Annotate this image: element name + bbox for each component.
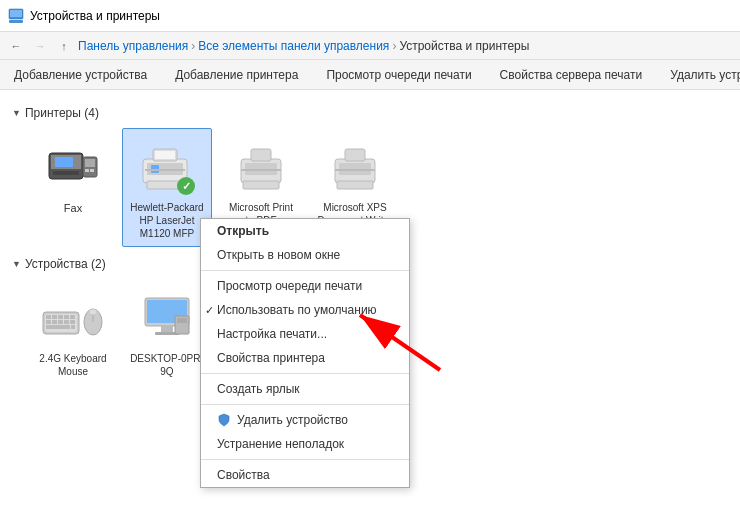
svg-rect-32 bbox=[58, 315, 63, 319]
breadcrumb-part1[interactable]: Панель управления bbox=[78, 39, 188, 53]
breadcrumb-part2[interactable]: Все элементы панели управления bbox=[198, 39, 389, 53]
desktop-label: DESKTOP-0PR-9Q bbox=[130, 352, 204, 378]
svg-rect-14 bbox=[145, 169, 185, 171]
svg-rect-35 bbox=[46, 320, 51, 324]
context-remove-device[interactable]: Удалить устройство bbox=[201, 408, 409, 432]
hp-label: Hewlett-PackardHP LaserJetM1120 MFP bbox=[130, 201, 203, 240]
context-sep-4 bbox=[201, 459, 409, 460]
printers-section-label: Принтеры (4) bbox=[25, 106, 99, 120]
context-create-shortcut[interactable]: Создать ярлык bbox=[201, 377, 409, 401]
svg-rect-36 bbox=[52, 320, 57, 324]
fax-icon bbox=[45, 139, 101, 195]
remove-device-button[interactable]: Удалить устройство bbox=[660, 63, 740, 87]
context-sep-1 bbox=[201, 270, 409, 271]
svg-rect-41 bbox=[71, 325, 75, 329]
svg-rect-5 bbox=[53, 171, 79, 175]
view-queue-button[interactable]: Просмотр очереди печати bbox=[316, 63, 481, 87]
keyboard-mouse-icon-wrapper bbox=[41, 286, 105, 350]
context-sep-3 bbox=[201, 404, 409, 405]
svg-rect-50 bbox=[177, 318, 187, 323]
printers-chevron: ▼ bbox=[12, 108, 21, 118]
hp-icon-wrapper: ✓ bbox=[135, 135, 199, 199]
svg-rect-7 bbox=[85, 159, 95, 167]
svg-rect-37 bbox=[58, 320, 63, 324]
keyboard-mouse-icon bbox=[41, 290, 105, 346]
fax-icon-wrapper bbox=[41, 135, 105, 199]
context-troubleshoot[interactable]: Устранение неполадок bbox=[201, 432, 409, 456]
svg-rect-34 bbox=[70, 315, 75, 319]
title-bar-text: Устройства и принтеры bbox=[30, 9, 160, 23]
svg-rect-25 bbox=[335, 169, 375, 171]
server-props-button[interactable]: Свойства сервера печати bbox=[490, 63, 653, 87]
fax-label: Fax bbox=[64, 201, 82, 215]
devices-chevron: ▼ bbox=[12, 259, 21, 269]
toolbar: Добавление устройства Добавление принтер… bbox=[0, 60, 740, 90]
printers-section-header[interactable]: ▼ Принтеры (4) bbox=[12, 106, 728, 120]
keyboard-mouse-label: 2.4G KeyboardMouse bbox=[39, 352, 106, 378]
up-button[interactable]: ↑ bbox=[54, 36, 74, 56]
svg-rect-33 bbox=[64, 315, 69, 319]
context-properties[interactable]: Свойства bbox=[201, 463, 409, 487]
ms-xps-icon bbox=[327, 139, 383, 195]
device-hp[interactable]: ✓ Hewlett-PackardHP LaserJetM1120 MFP bbox=[122, 128, 212, 247]
forward-button[interactable]: → bbox=[30, 36, 50, 56]
svg-rect-38 bbox=[64, 320, 69, 324]
svg-rect-40 bbox=[46, 325, 70, 329]
red-arrow bbox=[330, 300, 450, 380]
context-open-new-window[interactable]: Открыть в новом окне bbox=[201, 243, 409, 267]
svg-rect-22 bbox=[243, 181, 279, 189]
desktop-icon-wrapper bbox=[135, 286, 199, 350]
svg-rect-47 bbox=[161, 326, 173, 332]
svg-rect-31 bbox=[52, 315, 57, 319]
svg-rect-30 bbox=[46, 315, 51, 319]
breadcrumb-current: Устройства и принтеры bbox=[399, 39, 529, 53]
svg-rect-2 bbox=[9, 20, 23, 23]
add-device-button[interactable]: Добавление устройства bbox=[4, 63, 157, 87]
svg-rect-39 bbox=[70, 320, 75, 324]
svg-rect-20 bbox=[241, 169, 281, 171]
title-bar: Устройства и принтеры bbox=[0, 0, 740, 32]
window-icon bbox=[8, 8, 24, 24]
breadcrumb: Панель управления › Все элементы панели … bbox=[78, 39, 529, 53]
shield-remove-icon bbox=[217, 413, 231, 427]
ms-pdf-icon-wrapper bbox=[229, 135, 293, 199]
context-view-queue[interactable]: Просмотр очереди печати bbox=[201, 274, 409, 298]
back-button[interactable]: ← bbox=[6, 36, 26, 56]
ms-xps-icon-wrapper bbox=[323, 135, 387, 199]
svg-line-52 bbox=[360, 315, 440, 370]
desktop-icon bbox=[139, 290, 195, 346]
svg-rect-27 bbox=[337, 181, 373, 189]
svg-rect-26 bbox=[345, 149, 365, 161]
svg-rect-8 bbox=[85, 169, 89, 172]
svg-rect-21 bbox=[251, 149, 271, 161]
default-checkmark: ✓ bbox=[177, 177, 195, 195]
svg-rect-10 bbox=[55, 157, 73, 167]
svg-point-44 bbox=[89, 309, 97, 315]
device-desktop[interactable]: DESKTOP-0PR-9Q bbox=[122, 279, 212, 385]
svg-rect-9 bbox=[90, 169, 94, 172]
device-keyboard-mouse[interactable]: 2.4G KeyboardMouse bbox=[28, 279, 118, 385]
device-fax[interactable]: Fax bbox=[28, 128, 118, 247]
ms-pdf-icon bbox=[233, 139, 289, 195]
context-open[interactable]: Открыть bbox=[201, 219, 409, 243]
devices-section-label: Устройства (2) bbox=[25, 257, 106, 271]
add-printer-button[interactable]: Добавление принтера bbox=[165, 63, 308, 87]
nav-bar: ← → ↑ Панель управления › Все элементы п… bbox=[0, 32, 740, 60]
svg-rect-16 bbox=[155, 151, 175, 159]
svg-rect-1 bbox=[10, 10, 22, 17]
